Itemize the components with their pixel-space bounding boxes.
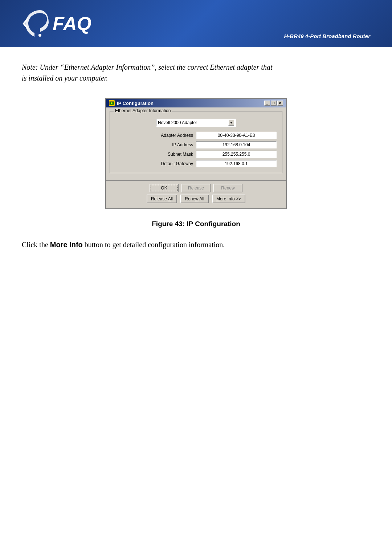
titlebar-left: IP Configuration xyxy=(109,100,154,106)
product-name: H-BR49 4-Port Broadband Router xyxy=(284,33,370,39)
adapter-address-label: Adapter Address xyxy=(115,133,196,138)
subnet-mask-value: 255.255.255.0 xyxy=(196,151,277,158)
main-content: Note: Under “Ethernet Adapter Informatio… xyxy=(0,47,392,265)
group-label: Ethernet Adapter Information xyxy=(114,108,172,113)
renew-all-button[interactable]: Renew All xyxy=(180,195,209,203)
adapter-address-value: 00-40-33-90-A1-E3 xyxy=(196,132,277,139)
minimize-button[interactable]: _ xyxy=(264,101,270,106)
ip-config-window: IP Configuration _ □ ✕ Ethernet Adapter … xyxy=(105,98,287,209)
svg-point-3 xyxy=(111,102,113,104)
default-gateway-value: 192.168.0.1 xyxy=(196,160,277,167)
button-row-1: OK Release Renew xyxy=(110,184,282,192)
default-gateway-label: Default Gateway xyxy=(115,161,196,166)
ethernet-adapter-group: Ethernet Adapter Information Novell 2000… xyxy=(110,111,282,173)
more-info-button[interactable]: More Info >> xyxy=(212,195,245,203)
body-text-suffix: button to get detailed configuration inf… xyxy=(83,241,225,249)
release-button[interactable]: Release xyxy=(181,184,211,192)
figure-caption: Figure 43: IP Configuration xyxy=(22,220,370,228)
adapter-dropdown-row: Novell 2000 Adapter ▼ xyxy=(115,119,277,127)
ip-address-value: 192.168.0.104 xyxy=(196,141,277,148)
subnet-mask-label: Subnet Mask xyxy=(115,152,196,157)
body-text-bold: More Info xyxy=(50,241,83,249)
dropdown-arrow-icon: ▼ xyxy=(228,120,234,126)
restore-button[interactable]: □ xyxy=(271,101,277,106)
button-row-2: Release All Renew All More Info >> xyxy=(110,195,282,203)
info-grid: Adapter Address 00-40-33-90-A1-E3 IP Add… xyxy=(115,132,277,167)
window-title: IP Configuration xyxy=(117,101,154,106)
release-all-button[interactable]: Release All xyxy=(147,195,177,203)
body-text: Click the More Info button to get detail… xyxy=(22,239,370,250)
button-area: OK Release Renew Release All Renew All M… xyxy=(106,180,286,208)
close-button[interactable]: ✕ xyxy=(277,101,283,106)
window-icon xyxy=(109,100,115,106)
renew-button[interactable]: Renew xyxy=(213,184,242,192)
faq-title: FAQ xyxy=(53,13,91,34)
window-titlebar: IP Configuration _ □ ✕ xyxy=(106,99,286,107)
adapter-dropdown[interactable]: Novell 2000 Adapter ▼ xyxy=(156,119,236,127)
faq-logo-icon xyxy=(22,8,49,39)
window-body: Ethernet Adapter Information Novell 2000… xyxy=(106,107,286,180)
ip-address-label: IP Address xyxy=(115,142,196,147)
header-banner: FAQ H-BR49 4-Port Broadband Router xyxy=(0,0,392,47)
logo-area: FAQ xyxy=(22,8,91,39)
svg-point-0 xyxy=(38,34,41,37)
adapter-dropdown-value: Novell 2000 Adapter xyxy=(158,120,197,125)
note-text: Note: Under “Ethernet Adapter Informatio… xyxy=(22,62,276,83)
body-text-prefix: Click the xyxy=(22,241,50,249)
ok-button[interactable]: OK xyxy=(150,184,179,192)
window-controls: _ □ ✕ xyxy=(264,101,283,106)
